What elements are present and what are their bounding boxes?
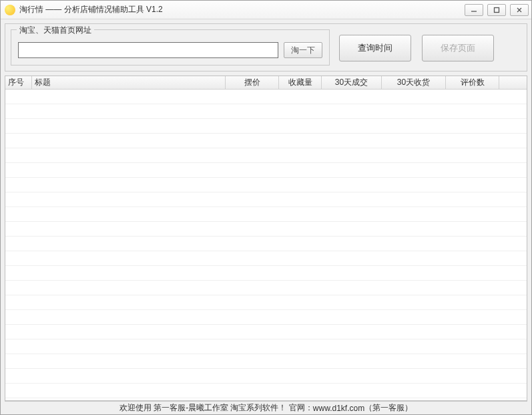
- status-prefix: 欢迎使用 第一客服-晨曦工作室 淘宝系列软件！ 官网：: [119, 402, 313, 414]
- statusbar: 欢迎使用 第一客服-晨曦工作室 淘宝系列软件！ 官网： www.d1kf.com…: [5, 401, 527, 414]
- table-row: [5, 178, 527, 192]
- col-price[interactable]: 摆价: [226, 76, 279, 89]
- table-row: [5, 163, 527, 178]
- window-title: 淘行情 —— 分析店铺情况辅助工具 V1.2: [19, 4, 465, 15]
- col-30recv[interactable]: 30天收货: [382, 76, 446, 89]
- col-reviews[interactable]: 评价数: [446, 76, 499, 89]
- table-row: [5, 266, 527, 281]
- maximize-icon: [493, 7, 500, 13]
- titlebar: 淘行情 —— 分析店铺情况辅助工具 V1.2: [1, 1, 531, 19]
- table-row: [5, 339, 527, 354]
- close-icon: [516, 7, 523, 13]
- table-row: [5, 119, 527, 134]
- header-scroll-gutter: [499, 76, 514, 89]
- table-header: 序号 标题 摆价 收藏量 30天成交 30天收货 评价数: [5, 76, 527, 90]
- col-30deal[interactable]: 30天成交: [322, 76, 382, 89]
- status-suffix: （第一客服）: [364, 402, 413, 414]
- table-row: [5, 281, 527, 295]
- query-time-button[interactable]: 查询时间: [339, 35, 411, 61]
- client-area: 淘宝、天猫首页网址 淘一下 查询时间 保存页面 序号 标题 摆价 收藏量 30天…: [1, 19, 531, 414]
- col-index[interactable]: 序号: [5, 76, 32, 89]
- top-panel: 淘宝、天猫首页网址 淘一下 查询时间 保存页面: [5, 23, 527, 72]
- minimize-icon: [471, 7, 477, 13]
- window-controls: [465, 4, 529, 16]
- table-row: [5, 207, 527, 222]
- table-row: [5, 251, 527, 266]
- table-row: [5, 192, 527, 207]
- col-title[interactable]: 标题: [32, 76, 226, 89]
- app-icon: [5, 5, 15, 15]
- col-fav[interactable]: 收藏量: [279, 76, 322, 89]
- table-row: [5, 104, 527, 119]
- table-row: [5, 354, 527, 369]
- table-row: [5, 325, 527, 339]
- table-row: [5, 90, 527, 104]
- table-row: [5, 148, 527, 163]
- close-button[interactable]: [510, 4, 529, 16]
- tao-button[interactable]: 淘一下: [284, 42, 322, 58]
- groupbox-legend: 淘宝、天猫首页网址: [17, 25, 94, 36]
- table-row: [5, 310, 527, 325]
- table-row: [5, 222, 527, 237]
- table-row: [5, 134, 527, 148]
- table-row: [5, 369, 527, 384]
- table-row: [5, 237, 527, 251]
- save-page-button[interactable]: 保存页面: [422, 35, 494, 61]
- minimize-button[interactable]: [465, 4, 483, 16]
- url-groupbox: 淘宝、天猫首页网址 淘一下: [11, 29, 330, 65]
- svg-rect-1: [495, 7, 499, 12]
- table-body: [5, 90, 527, 400]
- maximize-button[interactable]: [487, 4, 506, 16]
- table-row: [5, 384, 527, 398]
- table-row: [5, 295, 527, 310]
- app-window: 淘行情 —— 分析店铺情况辅助工具 V1.2 淘宝、天猫首页网址 淘一下 查询时…: [0, 0, 532, 415]
- status-link[interactable]: www.d1kf.com: [313, 404, 364, 413]
- url-input[interactable]: [18, 42, 278, 58]
- results-table: 序号 标题 摆价 收藏量 30天成交 30天收货 评价数: [5, 76, 527, 401]
